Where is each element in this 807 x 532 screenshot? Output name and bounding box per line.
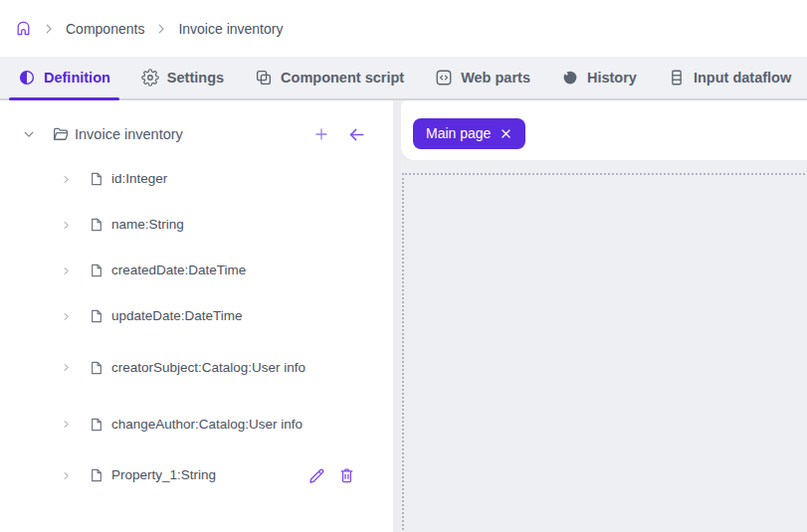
tab-label: Definition (44, 70, 110, 86)
tree-item-label: updateDate:DateTime (111, 306, 243, 326)
definition-tree-panel: Invoice inventory id:Integer name:String (0, 100, 393, 532)
main-page-chip[interactable]: Main page (413, 118, 525, 149)
tab-history[interactable]: History (561, 57, 637, 98)
delete-property-button[interactable] (338, 467, 355, 484)
edit-property-button[interactable] (308, 467, 325, 484)
tab-label: Input dataflow (694, 70, 791, 86)
tree-item-name[interactable]: name:String (0, 202, 393, 248)
chevron-right-icon[interactable] (61, 266, 72, 276)
tree-item-property-1[interactable]: Property_1:String (0, 452, 393, 498)
chevron-right-icon[interactable] (61, 174, 72, 185)
tab-label: Component script (281, 70, 404, 86)
file-icon (89, 417, 104, 433)
tab-label: History (587, 70, 637, 86)
tree-item-label: Property_1:String (111, 465, 216, 485)
tab-bar: Definition Settings Component script Web… (0, 57, 807, 100)
tab-settings[interactable]: Settings (141, 57, 224, 98)
tree-item-label: id:Integer (111, 169, 167, 189)
gear-icon (141, 69, 159, 87)
pages-toolbar: Main page (401, 100, 807, 160)
breadcrumb-components[interactable]: Components (66, 21, 144, 37)
tree-item-label: name:String (111, 215, 184, 235)
chevron-right-icon[interactable] (61, 220, 72, 231)
breadcrumb: Components Invoice inventory (0, 0, 807, 57)
tree-item-label: createdDate:DateTime (111, 261, 246, 280)
tree-root-label: Invoice inventory (75, 126, 183, 142)
chevron-right-icon (42, 22, 56, 36)
folder-icon (52, 125, 70, 143)
trash-icon (338, 467, 355, 484)
tab-input-dataflow[interactable]: Input dataflow (668, 57, 791, 98)
add-property-button[interactable] (313, 126, 329, 142)
app-window: Components Invoice inventory Definition … (0, 0, 807, 532)
file-icon (89, 308, 104, 324)
tree-item-label: creatorSubject:Catalog:User info (111, 358, 310, 378)
pencil-icon (308, 467, 325, 484)
stacked-rows-icon (668, 69, 686, 87)
contrast-icon (18, 69, 36, 87)
file-icon (89, 360, 104, 376)
overlapping-squares-icon (255, 69, 273, 87)
collapse-panel-button[interactable] (347, 125, 366, 144)
tree-item-creatorSubject[interactable]: creatorSubject:Catalog:User info (0, 339, 393, 396)
canvas-area (401, 160, 807, 532)
home-icon[interactable] (15, 20, 32, 37)
tree-rows: id:Integer name:String createdDate:DateT… (0, 156, 393, 498)
breadcrumb-invoice-inventory[interactable]: Invoice inventory (178, 21, 283, 37)
chevron-right-icon[interactable] (61, 362, 72, 373)
file-icon (89, 467, 104, 483)
page-dropzone[interactable] (402, 173, 807, 532)
chevron-right-icon[interactable] (61, 470, 72, 481)
close-icon[interactable] (500, 127, 512, 140)
chevron-down-icon[interactable] (22, 127, 36, 141)
page-designer-panel: Main page (401, 100, 807, 532)
chevron-right-icon (154, 22, 168, 36)
tree-item-updateDate[interactable]: updateDate:DateTime (0, 293, 393, 339)
history-icon (561, 69, 579, 87)
code-brackets-icon (435, 69, 453, 87)
tree-item-createdDate[interactable]: createdDate:DateTime (0, 248, 393, 293)
tab-definition[interactable]: Definition (18, 57, 110, 98)
tree-root-row[interactable]: Invoice inventory (0, 114, 393, 154)
row-actions (308, 467, 355, 484)
tree-item-id[interactable]: id:Integer (0, 156, 393, 202)
tab-component-script[interactable]: Component script (255, 57, 404, 98)
chevron-right-icon[interactable] (61, 419, 72, 430)
tree-item-label: changeAuthor:Catalog:User info (111, 415, 310, 435)
file-icon (89, 217, 104, 233)
file-icon (89, 171, 104, 187)
chevron-right-icon[interactable] (61, 311, 72, 322)
tab-web-parts[interactable]: Web parts (435, 57, 530, 98)
chip-label: Main page (426, 125, 491, 141)
tab-label: Settings (167, 70, 224, 86)
tab-label: Web parts (461, 70, 530, 86)
tree-item-changeAuthor[interactable]: changeAuthor:Catalog:User info (0, 396, 393, 452)
file-icon (89, 263, 104, 278)
content-area: Invoice inventory id:Integer name:String (0, 100, 807, 532)
